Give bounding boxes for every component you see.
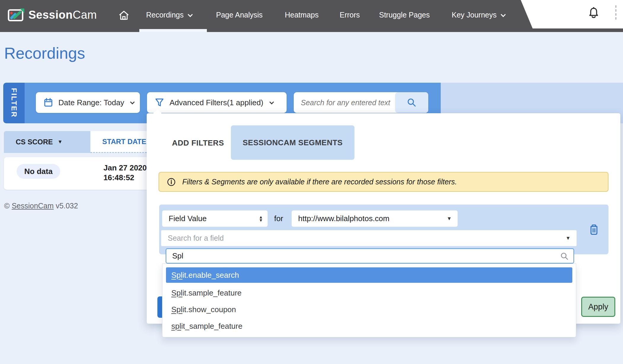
text-search xyxy=(294,92,428,113)
text-search-input[interactable] xyxy=(294,98,395,107)
dropdown-arrow-icon: ▼ xyxy=(447,216,452,222)
chevron-down-icon xyxy=(501,12,506,17)
brand[interactable]: SessionCam xyxy=(8,8,97,22)
nav-item-recordings[interactable]: Recordings xyxy=(146,11,191,19)
option-split-show-coupon[interactable]: Split.show_coupon xyxy=(162,301,576,318)
brand-name: SessionCam xyxy=(28,9,97,21)
filter-side-tab[interactable]: FILTER xyxy=(3,83,25,123)
table-row[interactable]: No data Jan 27 2020, 16:48:52 xyxy=(4,157,147,190)
advanced-filters-panel: ADD FILTERS SESSIONCAM SEGMENTS Filters … xyxy=(147,113,620,324)
chevron-down-icon xyxy=(130,100,135,104)
start-date-value: Jan 27 2020, 16:48:52 xyxy=(103,163,149,183)
top-nav: SessionCam Recordings Page Analysis Heat… xyxy=(0,0,623,32)
chevron-down-icon xyxy=(269,100,274,104)
for-label: for xyxy=(274,214,283,223)
tab-sessioncam-segments[interactable]: SESSIONCAM SEGMENTS xyxy=(231,125,354,160)
option-split-sample-feature-underscore[interactable]: split_sample_feature xyxy=(162,318,576,334)
date-range-label: Date Range: Today xyxy=(58,98,124,107)
info-icon xyxy=(167,178,176,186)
page-title: Recordings xyxy=(4,44,85,62)
field-search-input[interactable] xyxy=(166,251,560,261)
option-split-sample-feature[interactable]: Split.sample_feature xyxy=(162,285,576,301)
cs-score-badge: No data xyxy=(17,164,60,179)
search-button[interactable] xyxy=(395,92,428,113)
sessioncam-logo-icon xyxy=(8,8,25,22)
field-combobox-placeholder: Search for a field xyxy=(168,234,224,242)
filter-tab-label: FILTER xyxy=(10,88,18,118)
field-search-box xyxy=(166,248,574,264)
info-banner-text: Filters & Segments are only available if… xyxy=(182,178,457,186)
dropdown-arrow-icon: ▼ xyxy=(566,235,571,241)
advanced-filters-label: Advanced Filters(1 applied) xyxy=(170,98,263,107)
delete-filter-button[interactable] xyxy=(589,224,599,237)
trash-icon xyxy=(589,224,599,235)
start-date-label: START DATE xyxy=(102,138,146,146)
field-combobox[interactable]: Search for a field ▼ xyxy=(161,230,577,246)
field-type-select[interactable]: Field Value ▲▼ xyxy=(162,210,268,227)
field-type-value: Field Value xyxy=(169,214,207,223)
chevron-down-icon xyxy=(188,12,193,17)
calendar-icon xyxy=(44,98,53,107)
nav-item-struggle-pages[interactable]: Struggle Pages xyxy=(379,11,430,19)
search-icon xyxy=(406,97,417,108)
more-menu-icon[interactable] xyxy=(615,5,616,20)
active-tab-indicator xyxy=(139,29,207,32)
panel-notch xyxy=(153,109,162,114)
obscured-button-fragment xyxy=(157,296,162,318)
filter-funnel-icon xyxy=(155,98,164,107)
nav-item-key-journeys[interactable]: Key Journeys xyxy=(452,11,504,19)
search-icon xyxy=(560,252,569,261)
nav-item-page-analysis[interactable]: Page Analysis xyxy=(216,11,263,19)
filter-condition-row: Field Value ▲▼ for http://www.bilalphoto… xyxy=(159,205,608,254)
advanced-filters-button[interactable]: Advanced Filters(1 applied) xyxy=(147,92,287,113)
info-banner: Filters & Segments are only available if… xyxy=(159,172,608,192)
apply-button[interactable]: Apply xyxy=(581,297,615,317)
tab-add-filters[interactable]: ADD FILTERS xyxy=(165,131,231,155)
recordings-page: SessionCam Recordings Page Analysis Heat… xyxy=(0,0,623,364)
column-header-cs-score[interactable]: CS SCORE ▼ xyxy=(4,131,90,153)
column-header-start-date[interactable]: START DATE xyxy=(90,131,147,153)
footer: © SessionCam v5.032 xyxy=(4,202,78,210)
sessioncam-link[interactable]: SessionCam xyxy=(12,202,54,210)
site-select[interactable]: http://www.bilalphotos.com ▼ xyxy=(292,210,458,227)
notifications-bell-icon[interactable] xyxy=(588,7,599,20)
date-range-button[interactable]: Date Range: Today xyxy=(36,92,140,113)
cs-score-label: CS SCORE xyxy=(16,138,53,146)
nav-item-errors[interactable]: Errors xyxy=(340,11,360,19)
select-spinner-icon: ▲▼ xyxy=(259,215,263,222)
sort-desc-icon: ▼ xyxy=(57,139,63,145)
nav-corner-panel xyxy=(521,0,623,28)
home-icon[interactable] xyxy=(118,9,130,21)
option-split-enable-search[interactable]: Split.enable_search xyxy=(166,267,572,283)
nav-item-heatmaps[interactable]: Heatmaps xyxy=(285,11,319,19)
site-value: http://www.bilalphotos.com xyxy=(298,214,389,223)
field-options-list: Split.enable_search Split.sample_feature… xyxy=(162,264,576,337)
